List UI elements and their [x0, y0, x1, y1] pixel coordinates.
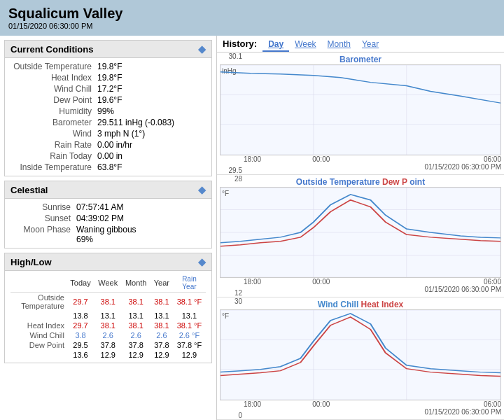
table-row: 13.612.912.912.912.9 [10, 350, 206, 360]
celestial-label: Sunset [10, 213, 74, 224]
condition-value: 99% [94, 106, 206, 117]
celestial-value: 04:39:02 PM [74, 213, 206, 224]
charts-area: Barometer 30.1 29.9 29.7 29.5 inHg [217, 52, 504, 420]
condition-value: 0.00 in/hr [94, 139, 206, 150]
condition-label: Rain Today [10, 150, 94, 162]
hl-value: 29.7 [66, 321, 94, 330]
hl-lo-value: 13.1 [94, 311, 121, 321]
celestial-value: 07:57:41 AM [74, 202, 206, 213]
condition-row: Inside Temperature63.8°F [10, 162, 206, 173]
hl-value: 38.1 [121, 321, 150, 330]
hl-lo-value: 12.9 [150, 350, 173, 360]
condition-label: Rain Rate [10, 139, 94, 150]
condition-value: 17.2°F [94, 83, 206, 94]
high-low-header: High/Low ◆ [5, 253, 211, 271]
condition-value: 19.8°F [94, 61, 206, 72]
history-tab-day[interactable]: Day [262, 38, 289, 52]
hl-value: 38.1 [94, 293, 121, 312]
hl-lo-value: 13.1 [121, 311, 150, 321]
hl-lo-value: 13.8 [66, 311, 94, 321]
celestial-row: Moon PhaseWaning gibbous69% [10, 224, 206, 245]
condition-row: Humidity99% [10, 106, 206, 117]
hl-value: 2.6 °F [173, 330, 206, 340]
celestial-table: Sunrise07:57:41 AMSunset04:39:02 PMMoon … [10, 202, 206, 245]
condition-label: Heat Index [10, 72, 94, 83]
hl-value: 29.5 [66, 340, 94, 350]
hl-lo-value: 12.9 [173, 350, 206, 360]
hl-value: 38.1 [150, 293, 173, 312]
high-low-title: High/Low [10, 257, 52, 267]
condition-value: 0.00 in [94, 150, 206, 162]
hl-value: 38.1 [94, 321, 121, 330]
condition-label: Barometer [10, 117, 94, 128]
condition-label: Outside Temperature [10, 61, 94, 72]
hl-row-label: Wind Chill [10, 330, 66, 340]
hl-col-header: Month [121, 274, 150, 293]
hl-col-header: Year [150, 274, 173, 293]
high-low-table: TodayWeekMonthYearRainYearOutside Temper… [10, 274, 206, 360]
temperature-svg [220, 188, 500, 277]
left-panel: Current Conditions ◆ Outside Temperature… [0, 36, 217, 420]
hl-value: 2.6 [94, 330, 121, 340]
history-tab-month[interactable]: Month [322, 38, 356, 50]
celestial-icon[interactable]: ◆ [198, 184, 206, 195]
conditions-table: Outside Temperature19.8°FHeat Index19.8°… [10, 61, 206, 173]
windchill-x-axis: 18:00 00:00 06:00 [244, 400, 501, 408]
high-low-icon[interactable]: ◆ [198, 256, 206, 267]
temperature-x-axis: 18:00 00:00 06:00 [244, 278, 501, 286]
celestial-value: Waning gibbous69% [74, 224, 206, 245]
current-conditions-title: Current Conditions [10, 44, 93, 55]
table-row: Dew Point29.537.837.837.837.8 °F [10, 340, 206, 350]
hl-col-header: Week [94, 274, 121, 293]
celestial-section: Celestial ◆ Sunrise07:57:41 AMSunset04:3… [4, 181, 212, 248]
celestial-content: Sunrise07:57:41 AMSunset04:39:02 PMMoon … [5, 199, 211, 248]
hl-lo-value: 12.9 [94, 350, 121, 360]
windchill-title: Wind Chill Heat Index [217, 298, 504, 309]
condition-row: Dew Point19.6°F [10, 94, 206, 106]
station-title: Squalicum Valley [8, 6, 496, 22]
windchill-chart: Wind Chill Heat Index 30 20 10 0 °F [217, 298, 504, 420]
hl-lo-value: 13.1 [150, 311, 173, 321]
right-panel: History: DayWeekMonthYear Barometer 30.1… [217, 36, 504, 420]
hl-value: 37.8 [150, 340, 173, 350]
high-low-section: High/Low ◆ TodayWeekMonthYearRainYearOut… [4, 253, 212, 363]
hl-value: 37.8 °F [173, 340, 206, 350]
celestial-label: Sunrise [10, 202, 74, 213]
current-conditions-content: Outside Temperature19.8°FHeat Index19.8°… [5, 58, 211, 176]
condition-value: 29.511 inHg (-0.083) [94, 117, 206, 128]
windchill-svg [220, 310, 500, 400]
hl-value: 38.1 °F [173, 293, 206, 312]
condition-row: Outside Temperature19.8°F [10, 61, 206, 72]
temperature-timestamp: 01/15/2020 06:30:00 PM [217, 286, 501, 293]
condition-label: Wind Chill [10, 83, 94, 94]
condition-row: Wind3 mph N (1°) [10, 128, 206, 139]
condition-row: Barometer29.511 inHg (-0.083) [10, 117, 206, 128]
condition-label: Dew Point [10, 94, 94, 106]
history-tab-year[interactable]: Year [356, 38, 384, 50]
current-conditions-header: Current Conditions ◆ [5, 41, 211, 58]
hl-lo-value: 12.9 [121, 350, 150, 360]
temperature-title: Outside Temperature Dew P oint [217, 175, 504, 187]
hl-row-label: Dew Point [10, 340, 66, 350]
history-tab-week[interactable]: Week [289, 38, 321, 50]
table-row: Heat Index29.738.138.138.138.1 °F [10, 321, 206, 330]
barometer-timestamp: 01/15/2020 06:30:00 PM [217, 163, 501, 171]
condition-row: Rain Today0.00 in [10, 150, 206, 162]
condition-row: Rain Rate0.00 in/hr [10, 139, 206, 150]
current-conditions-icon[interactable]: ◆ [198, 43, 206, 55]
table-row: Outside Temperature29.738.138.138.138.1 … [10, 293, 206, 312]
hl-col-header: Today [66, 274, 94, 293]
condition-label: Wind [10, 128, 94, 139]
datetime-display: 01/15/2020 06:30:00 PM [8, 22, 496, 30]
history-label: History: [223, 38, 257, 49]
condition-label: Inside Temperature [10, 162, 94, 173]
hl-value: 37.8 [121, 340, 150, 350]
hl-row-label: Outside Temperature [10, 293, 66, 312]
current-conditions-section: Current Conditions ◆ Outside Temperature… [4, 40, 212, 176]
condition-row: Heat Index19.8°F [10, 72, 206, 83]
barometer-chart: Barometer 30.1 29.9 29.7 29.5 inHg [217, 52, 504, 175]
hl-value: 38.1 [121, 293, 150, 312]
hl-lo-value: 13.6 [66, 350, 94, 360]
table-row: Wind Chill3.82.62.62.62.6 °F [10, 330, 206, 340]
condition-value: 63.8°F [94, 162, 206, 173]
